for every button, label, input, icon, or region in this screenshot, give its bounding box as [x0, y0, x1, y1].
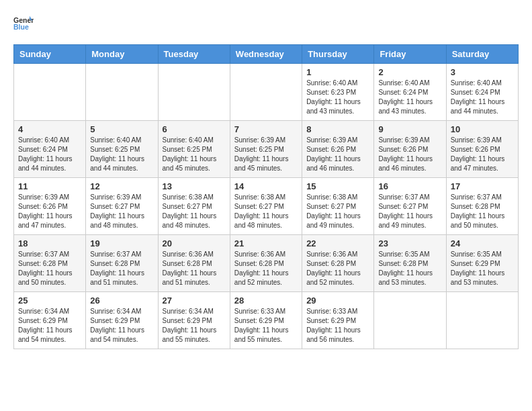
calendar-cell — [446, 292, 518, 349]
calendar-cell: 4Sunrise: 6:40 AM Sunset: 6:24 PM Daylig… — [14, 121, 86, 178]
day-info: Sunrise: 6:40 AM Sunset: 6:24 PM Dayligh… — [378, 79, 441, 116]
calendar-cell: 1Sunrise: 6:40 AM Sunset: 6:23 PM Daylig… — [302, 64, 374, 121]
calendar-cell: 23Sunrise: 6:35 AM Sunset: 6:28 PM Dayli… — [374, 235, 446, 292]
column-header-wednesday: Wednesday — [230, 45, 302, 64]
calendar-cell: 25Sunrise: 6:34 AM Sunset: 6:29 PM Dayli… — [14, 292, 86, 349]
day-info: Sunrise: 6:33 AM Sunset: 6:29 PM Dayligh… — [306, 307, 369, 345]
day-number: 2 — [378, 67, 441, 77]
logo: General Blue — [13, 13, 34, 34]
calendar-week-row: 25Sunrise: 6:34 AM Sunset: 6:29 PM Dayli… — [14, 292, 519, 349]
calendar-cell: 8Sunrise: 6:39 AM Sunset: 6:26 PM Daylig… — [302, 121, 374, 178]
day-info: Sunrise: 6:38 AM Sunset: 6:27 PM Dayligh… — [234, 193, 298, 230]
day-info: Sunrise: 6:37 AM Sunset: 6:28 PM Dayligh… — [18, 250, 81, 287]
day-info: Sunrise: 6:39 AM Sunset: 6:26 PM Dayligh… — [18, 193, 81, 230]
day-number: 25 — [18, 295, 81, 306]
day-number: 16 — [378, 181, 441, 191]
svg-text:Blue: Blue — [13, 23, 29, 31]
logo-icon: General Blue — [13, 13, 34, 34]
calendar-cell: 2Sunrise: 6:40 AM Sunset: 6:24 PM Daylig… — [374, 64, 446, 121]
day-info: Sunrise: 6:35 AM Sunset: 6:28 PM Dayligh… — [378, 250, 441, 287]
day-info: Sunrise: 6:37 AM Sunset: 6:28 PM Dayligh… — [90, 250, 153, 287]
calendar-cell: 22Sunrise: 6:36 AM Sunset: 6:28 PM Dayli… — [302, 235, 374, 292]
calendar-cell: 12Sunrise: 6:39 AM Sunset: 6:27 PM Dayli… — [86, 178, 158, 235]
calendar-cell: 18Sunrise: 6:37 AM Sunset: 6:28 PM Dayli… — [14, 235, 86, 292]
day-info: Sunrise: 6:40 AM Sunset: 6:25 PM Dayligh… — [163, 136, 226, 173]
day-number: 12 — [90, 181, 153, 191]
day-number: 15 — [306, 181, 369, 191]
column-header-monday: Monday — [86, 45, 158, 64]
day-info: Sunrise: 6:35 AM Sunset: 6:29 PM Dayligh… — [451, 250, 514, 287]
calendar-cell: 28Sunrise: 6:33 AM Sunset: 6:29 PM Dayli… — [230, 292, 302, 349]
day-number: 20 — [163, 238, 226, 248]
day-info: Sunrise: 6:40 AM Sunset: 6:25 PM Dayligh… — [90, 136, 153, 173]
calendar-cell: 24Sunrise: 6:35 AM Sunset: 6:29 PM Dayli… — [446, 235, 518, 292]
calendar-cell: 3Sunrise: 6:40 AM Sunset: 6:24 PM Daylig… — [446, 64, 518, 121]
day-number: 4 — [18, 124, 81, 134]
day-info: Sunrise: 6:39 AM Sunset: 6:26 PM Dayligh… — [306, 136, 369, 173]
day-info: Sunrise: 6:40 AM Sunset: 6:24 PM Dayligh… — [451, 79, 514, 116]
calendar-cell: 17Sunrise: 6:37 AM Sunset: 6:28 PM Dayli… — [446, 178, 518, 235]
day-info: Sunrise: 6:38 AM Sunset: 6:27 PM Dayligh… — [163, 193, 226, 230]
page-header: General Blue — [13, 13, 519, 34]
day-number: 14 — [234, 181, 298, 191]
calendar-cell: 14Sunrise: 6:38 AM Sunset: 6:27 PM Dayli… — [230, 178, 302, 235]
day-info: Sunrise: 6:34 AM Sunset: 6:29 PM Dayligh… — [18, 307, 81, 345]
day-number: 6 — [163, 124, 226, 134]
calendar-cell: 21Sunrise: 6:36 AM Sunset: 6:28 PM Dayli… — [230, 235, 302, 292]
day-number: 29 — [306, 295, 369, 306]
day-info: Sunrise: 6:36 AM Sunset: 6:28 PM Dayligh… — [163, 250, 226, 287]
day-number: 3 — [451, 67, 514, 77]
column-header-saturday: Saturday — [446, 45, 518, 64]
calendar-week-row: 4Sunrise: 6:40 AM Sunset: 6:24 PM Daylig… — [14, 121, 519, 178]
calendar-cell: 6Sunrise: 6:40 AM Sunset: 6:25 PM Daylig… — [158, 121, 230, 178]
column-header-tuesday: Tuesday — [158, 45, 230, 64]
column-header-sunday: Sunday — [14, 45, 86, 64]
calendar-cell — [158, 64, 230, 121]
calendar-cell: 29Sunrise: 6:33 AM Sunset: 6:29 PM Dayli… — [302, 292, 374, 349]
calendar-cell: 13Sunrise: 6:38 AM Sunset: 6:27 PM Dayli… — [158, 178, 230, 235]
day-number: 7 — [234, 124, 298, 134]
day-info: Sunrise: 6:36 AM Sunset: 6:28 PM Dayligh… — [234, 250, 298, 287]
day-number: 18 — [18, 238, 81, 248]
day-number: 17 — [451, 181, 514, 191]
day-info: Sunrise: 6:39 AM Sunset: 6:27 PM Dayligh… — [90, 193, 153, 230]
calendar-cell: 5Sunrise: 6:40 AM Sunset: 6:25 PM Daylig… — [86, 121, 158, 178]
day-info: Sunrise: 6:40 AM Sunset: 6:23 PM Dayligh… — [306, 79, 369, 116]
calendar-table: SundayMondayTuesdayWednesdayThursdayFrid… — [13, 44, 519, 349]
day-info: Sunrise: 6:37 AM Sunset: 6:27 PM Dayligh… — [378, 193, 441, 230]
calendar-cell: 9Sunrise: 6:39 AM Sunset: 6:26 PM Daylig… — [374, 121, 446, 178]
calendar-cell — [14, 64, 86, 121]
calendar-cell: 11Sunrise: 6:39 AM Sunset: 6:26 PM Dayli… — [14, 178, 86, 235]
day-info: Sunrise: 6:33 AM Sunset: 6:29 PM Dayligh… — [234, 307, 298, 345]
day-number: 1 — [306, 67, 369, 77]
calendar-cell: 26Sunrise: 6:34 AM Sunset: 6:29 PM Dayli… — [86, 292, 158, 349]
calendar-cell — [230, 64, 302, 121]
calendar-cell: 7Sunrise: 6:39 AM Sunset: 6:25 PM Daylig… — [230, 121, 302, 178]
day-info: Sunrise: 6:34 AM Sunset: 6:29 PM Dayligh… — [163, 307, 226, 345]
day-info: Sunrise: 6:37 AM Sunset: 6:28 PM Dayligh… — [451, 193, 514, 230]
day-info: Sunrise: 6:36 AM Sunset: 6:28 PM Dayligh… — [306, 250, 369, 287]
calendar-cell — [374, 292, 446, 349]
calendar-cell: 15Sunrise: 6:38 AM Sunset: 6:27 PM Dayli… — [302, 178, 374, 235]
day-number: 28 — [234, 295, 298, 306]
calendar-week-row: 11Sunrise: 6:39 AM Sunset: 6:26 PM Dayli… — [14, 178, 519, 235]
day-number: 24 — [451, 238, 514, 248]
calendar-week-row: 1Sunrise: 6:40 AM Sunset: 6:23 PM Daylig… — [14, 64, 519, 121]
day-number: 8 — [306, 124, 369, 134]
day-info: Sunrise: 6:39 AM Sunset: 6:26 PM Dayligh… — [451, 136, 514, 173]
day-number: 26 — [90, 295, 153, 306]
day-number: 5 — [90, 124, 153, 134]
day-number: 11 — [18, 181, 81, 191]
day-info: Sunrise: 6:40 AM Sunset: 6:24 PM Dayligh… — [18, 136, 81, 173]
day-info: Sunrise: 6:38 AM Sunset: 6:27 PM Dayligh… — [306, 193, 369, 230]
day-number: 9 — [378, 124, 441, 134]
calendar-week-row: 18Sunrise: 6:37 AM Sunset: 6:28 PM Dayli… — [14, 235, 519, 292]
day-number: 10 — [451, 124, 514, 134]
day-info: Sunrise: 6:39 AM Sunset: 6:25 PM Dayligh… — [234, 136, 298, 173]
calendar-cell — [86, 64, 158, 121]
calendar-cell: 20Sunrise: 6:36 AM Sunset: 6:28 PM Dayli… — [158, 235, 230, 292]
day-number: 27 — [163, 295, 226, 306]
day-info: Sunrise: 6:34 AM Sunset: 6:29 PM Dayligh… — [90, 307, 153, 345]
column-header-thursday: Thursday — [302, 45, 374, 64]
day-number: 23 — [378, 238, 441, 248]
